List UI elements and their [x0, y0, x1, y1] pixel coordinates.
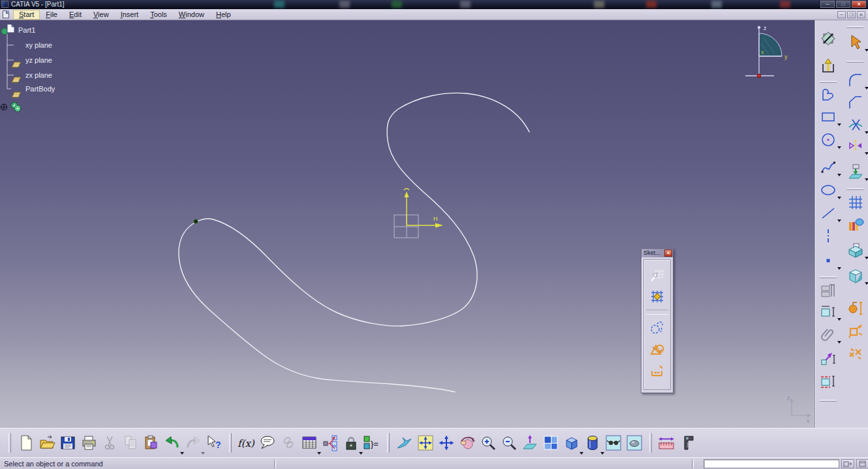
formula-fx-button[interactable]: f(x) [236, 432, 257, 454]
toolbar-grip[interactable] [8, 433, 11, 453]
dimensional-constraint-icon[interactable] [846, 299, 865, 318]
dimensional-constraints-button[interactable] [646, 361, 668, 381]
measure-between-button[interactable] [657, 432, 677, 454]
tree-node-partbody[interactable]: PartBody [25, 85, 55, 93]
tree-node-part1[interactable]: Part1 [18, 26, 35, 34]
child-minimize-button[interactable]: ─ [837, 11, 846, 18]
menu-file[interactable]: File [40, 10, 63, 20]
frame-view-mode[interactable] [846, 266, 865, 285]
save-button[interactable] [57, 432, 78, 454]
comment-button[interactable] [257, 432, 278, 454]
document-icon[interactable] [3, 10, 9, 18]
parameters-button[interactable]: }= [362, 432, 382, 454]
menu-view[interactable]: View [87, 10, 115, 20]
yz-plane-icon[interactable] [11, 76, 22, 84]
tree-node-xy-plane[interactable]: xy plane [25, 41, 52, 49]
snap-to-point-button[interactable] [646, 286, 668, 307]
whats-this-button[interactable]: ? [204, 432, 225, 454]
app-icon[interactable] [1, 1, 8, 8]
chamfer-tool[interactable] [846, 93, 865, 112]
power-input-button[interactable] [841, 459, 854, 468]
zoom-out-button[interactable] [499, 432, 519, 454]
paste-button[interactable] [141, 432, 162, 454]
menu-window[interactable]: Window [173, 10, 210, 20]
xy-plane-icon[interactable] [11, 61, 22, 69]
circle-tool[interactable] [818, 130, 838, 150]
tree-node-zx-plane[interactable]: zx plane [25, 71, 52, 79]
construction-element-button[interactable] [646, 317, 668, 338]
copy-button[interactable] [120, 432, 141, 454]
ellipse-tool[interactable] [818, 180, 838, 200]
fix-together-icon[interactable] [846, 321, 865, 341]
design-table-button[interactable] [299, 432, 320, 454]
sketch-tools-close-icon[interactable]: ✕ [664, 250, 672, 257]
spline-endpoint-marker[interactable] [194, 219, 198, 223]
tree-node-yz-plane[interactable]: yz plane [25, 56, 52, 64]
toolbar-grip[interactable] [387, 433, 390, 453]
constraint-tool[interactable] [818, 302, 838, 321]
menu-insert[interactable]: Insert [115, 10, 145, 20]
zoom-in-button[interactable] [478, 432, 499, 454]
link-button[interactable] [278, 432, 299, 454]
sketch-origin[interactable]: H [388, 186, 450, 242]
partbody-icon[interactable] [0, 101, 23, 113]
select-tool[interactable] [846, 33, 865, 52]
dialog-toggle-button[interactable] [856, 459, 868, 468]
normal-view-button[interactable] [519, 432, 540, 454]
open-button[interactable] [37, 432, 57, 454]
rotate-button[interactable] [457, 432, 478, 454]
child-restore-button[interactable]: ❐ [847, 11, 856, 18]
sketcher-workbench-icon[interactable] [818, 29, 838, 48]
sketch-tools-panel[interactable]: Sket... ✕ [641, 248, 674, 393]
render-style-button[interactable] [582, 432, 603, 454]
measure-item-button[interactable] [677, 432, 698, 454]
corner-tool[interactable] [846, 71, 865, 90]
mirror-tool[interactable] [846, 136, 865, 155]
toolbar-grip[interactable] [229, 433, 232, 453]
zx-plane-icon[interactable] [11, 91, 22, 99]
multi-view-button[interactable] [540, 432, 561, 454]
exit-workbench-button[interactable] [818, 56, 838, 76]
profile-tool[interactable] [818, 85, 838, 105]
menu-tools[interactable]: Tools [144, 10, 173, 20]
undo-button[interactable] [162, 432, 183, 454]
geometrical-constraints-button[interactable] [646, 339, 668, 360]
viewport[interactable]: Part1 xy plane yz plane zx plane PartBod… [0, 20, 814, 428]
pan-button[interactable] [436, 432, 457, 454]
compass[interactable]: z x y [736, 24, 813, 84]
cut-button[interactable] [99, 432, 120, 454]
minimize-button[interactable]: ─ [820, 1, 835, 8]
maximize-button[interactable]: □ [836, 1, 850, 8]
child-close-button[interactable]: ✕ [857, 11, 865, 18]
cut-part-by-sketch-plane-tool[interactable] [846, 216, 865, 235]
part-icon[interactable] [1, 24, 14, 35]
point-tool[interactable] [818, 251, 838, 270]
new-button[interactable] [16, 432, 37, 454]
toolbar-grip[interactable] [649, 433, 652, 453]
constraints-dialog-tool[interactable] [818, 325, 838, 344]
trim-tool[interactable] [846, 115, 865, 135]
axis-tool[interactable] [818, 226, 838, 246]
sketch-analysis-icon[interactable] [818, 281, 838, 300]
fly-mode-button[interactable] [394, 432, 415, 454]
menu-edit[interactable]: Edit [63, 10, 87, 20]
spline-tool[interactable] [818, 157, 838, 177]
print-button[interactable] [78, 432, 99, 454]
swap-visible-space-button[interactable] [624, 432, 645, 454]
usual-view-mode[interactable] [846, 240, 865, 260]
hide-show-button[interactable] [603, 432, 624, 454]
power-input-field[interactable] [704, 459, 839, 468]
menu-help[interactable]: Help [210, 10, 237, 20]
spline-curve[interactable] [179, 93, 529, 392]
product-structure-button[interactable] [320, 432, 341, 454]
isometric-view-button[interactable] [561, 432, 582, 454]
grid-button[interactable] [646, 265, 668, 285]
rectangle-tool[interactable] [818, 107, 838, 127]
edit-multi-constraint-tool[interactable] [818, 371, 838, 391]
animate-constraint-tool[interactable] [818, 348, 838, 368]
menu-start[interactable]: Start [13, 10, 40, 20]
sketch-tools-titlebar[interactable]: Sket... ✕ [642, 249, 673, 257]
redo-button[interactable] [183, 432, 204, 454]
auto-constraint-icon[interactable] [846, 344, 865, 363]
fit-all-in-button[interactable] [415, 432, 436, 454]
